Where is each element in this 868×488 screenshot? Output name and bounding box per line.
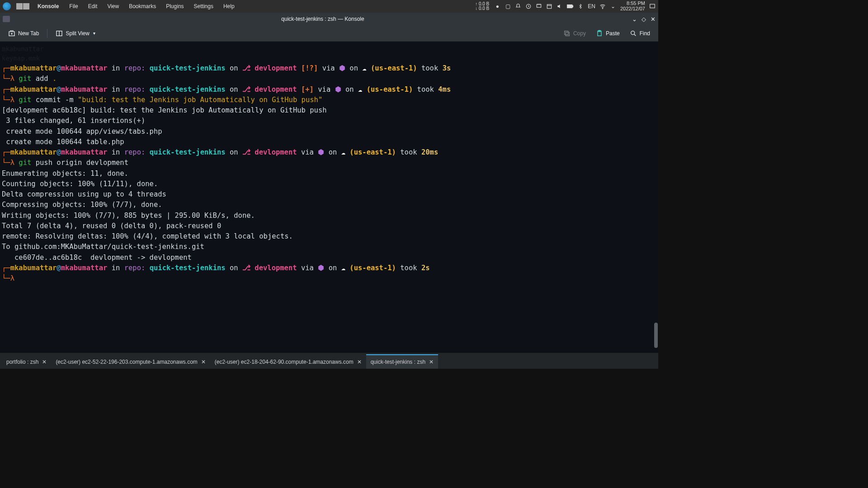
app-launcher-icon[interactable] bbox=[3, 2, 11, 10]
terminal-tab[interactable]: portfolio : zsh✕ bbox=[2, 354, 51, 369]
menu-edit[interactable]: Edit bbox=[85, 3, 101, 9]
menu-settings[interactable]: Settings bbox=[191, 3, 217, 9]
prompt-host: mkabumattar bbox=[61, 264, 108, 272]
output-line: [devlopment ac6b18c] build: test the Jen… bbox=[2, 106, 327, 114]
split-view-button[interactable]: Split View ▾ bbox=[52, 28, 99, 39]
output-line: Total 7 (delta 4), reused 0 (delta 0), p… bbox=[2, 222, 221, 230]
maximize-button[interactable]: ◇ bbox=[642, 16, 646, 23]
copy-button[interactable]: Copy bbox=[560, 28, 590, 39]
calendar-icon[interactable] bbox=[546, 3, 552, 9]
faded-text: mkabumattar bbox=[2, 44, 656, 54]
output-line: 3 files changed, 61 insertions(+) bbox=[2, 117, 145, 125]
status-dot-icon[interactable]: ● bbox=[494, 3, 500, 9]
menu-view[interactable]: View bbox=[104, 3, 122, 9]
menu-plugins[interactable]: Plugins bbox=[163, 3, 187, 9]
battery-icon[interactable] bbox=[567, 3, 573, 9]
command-string: . bbox=[52, 75, 57, 83]
prompt-branch: devlopment bbox=[250, 148, 297, 156]
output-line: ce607de..ac6b18c devlopment -> devlopmen… bbox=[2, 253, 192, 262]
tab-label: (ec2-user) ec2-52-22-196-203.compute-1.a… bbox=[56, 359, 197, 365]
svg-rect-5 bbox=[568, 5, 572, 8]
terminal-line: Enumerating objects: 11, done. bbox=[2, 169, 656, 179]
scrollbar-thumb[interactable] bbox=[654, 323, 658, 348]
terminal-line: Counting objects: 100% (11/11), done. bbox=[2, 179, 656, 189]
window-controls: ⌄ ◇ ✕ bbox=[632, 16, 656, 23]
prompt-took: 3s bbox=[443, 64, 451, 72]
terminal-tab[interactable]: quick-test-jenkins : zsh✕ bbox=[366, 354, 438, 369]
command-git: git bbox=[19, 96, 31, 104]
task-switcher[interactable] bbox=[16, 3, 29, 9]
cloud-icon: ☁ bbox=[341, 264, 345, 272]
find-button[interactable]: Find bbox=[626, 28, 654, 39]
find-label: Find bbox=[640, 30, 650, 37]
terminal-line: Total 7 (delta 4), reused 0 (delta 0), p… bbox=[2, 221, 656, 231]
prompt-repo-label: repo: bbox=[124, 264, 146, 272]
close-icon[interactable]: ✕ bbox=[429, 359, 434, 365]
close-icon[interactable]: ✕ bbox=[42, 359, 47, 365]
prompt-at: @ bbox=[57, 85, 61, 94]
paste-label: Paste bbox=[606, 30, 620, 37]
terminal-line: ┌─mkabumattar@mkabumattar in repo: quick… bbox=[2, 63, 656, 74]
prompt-git-status: [+] bbox=[297, 85, 314, 94]
show-desktop-icon[interactable] bbox=[649, 3, 656, 9]
lambda-icon: λ bbox=[10, 96, 19, 104]
wifi-icon[interactable] bbox=[599, 3, 606, 9]
command-args: add bbox=[31, 75, 52, 83]
volume-icon[interactable] bbox=[557, 3, 563, 9]
command-args: commit -m bbox=[31, 96, 78, 104]
output-line: Enumerating objects: 11, done. bbox=[2, 169, 128, 178]
output-line: To github.com:MKAbuMattar/quick-test-jen… bbox=[2, 243, 204, 251]
close-icon[interactable]: ✕ bbox=[201, 359, 206, 365]
terminal-line: └─λ git push origin devlopment bbox=[2, 158, 656, 168]
toolbar-separator bbox=[47, 29, 47, 38]
paste-button[interactable]: Paste bbox=[592, 28, 623, 39]
terminal-line: 3 files changed, 61 insertions(+) bbox=[2, 116, 656, 126]
scrollbar[interactable] bbox=[654, 42, 658, 352]
copy-icon bbox=[563, 30, 571, 37]
command-git: git bbox=[19, 75, 31, 83]
prompt-corner-icon: └─ bbox=[2, 75, 10, 83]
menu-file[interactable]: File bbox=[66, 3, 81, 9]
close-button[interactable]: ✕ bbox=[651, 16, 656, 23]
presentation-icon[interactable] bbox=[536, 3, 542, 9]
terminal-line: Compressing objects: 100% (7/7), done. bbox=[2, 200, 656, 210]
close-icon[interactable]: ✕ bbox=[357, 359, 362, 365]
svg-point-14 bbox=[631, 31, 634, 34]
keyboard-layout[interactable]: EN bbox=[588, 3, 595, 9]
panel-left: Konsole File Edit View Bookmarks Plugins… bbox=[3, 2, 238, 10]
prompt-took: 20ms bbox=[421, 148, 438, 156]
cloud-icon: ☁ bbox=[362, 64, 366, 72]
prompt-corner-icon: ┌─ bbox=[2, 85, 10, 94]
network-stats: ↑ 0.0 B ↓ 0.0 B bbox=[475, 2, 489, 11]
minimize-button[interactable]: ⌄ bbox=[632, 16, 637, 23]
new-tab-button[interactable]: New Tab bbox=[5, 28, 42, 39]
svg-rect-1 bbox=[537, 5, 541, 7]
notifications-icon[interactable] bbox=[515, 3, 521, 9]
terminal-line: create mode 100644 app/views/tabs.php bbox=[2, 127, 656, 137]
runtime-icon: ⬢ bbox=[318, 148, 324, 156]
command-args: push origin devlopment bbox=[31, 159, 128, 167]
command-git: git bbox=[19, 159, 31, 167]
prompt-took: 4ms bbox=[438, 85, 451, 94]
output-line: Writing objects: 100% (7/7), 885 bytes |… bbox=[2, 211, 255, 220]
clock[interactable]: 8:55 PM 2022/12/07 bbox=[620, 1, 645, 11]
prompt-repo: quick-test-jenkins bbox=[145, 64, 225, 72]
prompt-took: 2s bbox=[421, 264, 430, 272]
bluetooth-icon[interactable] bbox=[577, 3, 584, 9]
terminal-viewport[interactable]: mkabumattar keymap.mmk ┌─mkabumattar@mka… bbox=[0, 42, 658, 352]
lambda-icon: λ bbox=[10, 159, 19, 167]
menu-help[interactable]: Help bbox=[220, 3, 238, 9]
terminal-line: To github.com:MKAbuMattar/quick-test-jen… bbox=[2, 242, 656, 252]
terminal-tab[interactable]: (ec2-user) ec2-52-22-196-203.compute-1.a… bbox=[51, 354, 210, 369]
clipboard-icon[interactable]: ▢ bbox=[505, 3, 511, 9]
runtime-icon: ⬢ bbox=[339, 64, 345, 72]
menu-bookmarks[interactable]: Bookmarks bbox=[126, 3, 159, 9]
prompt-host: mkabumattar bbox=[61, 64, 108, 72]
chevron-down-icon[interactable]: ⌄ bbox=[610, 3, 616, 9]
terminal-line: [devlopment ac6b18c] build: test the Jen… bbox=[2, 105, 656, 116]
faded-text: keymap.mmk bbox=[2, 54, 656, 63]
terminal-line: remote: Resolving deltas: 100% (4/4), co… bbox=[2, 231, 656, 242]
updates-icon[interactable] bbox=[525, 3, 532, 9]
terminal-tab[interactable]: (ec2-user) ec2-18-204-62-90.compute-1.am… bbox=[210, 354, 366, 369]
output-line: remote: Resolving deltas: 100% (4/4), co… bbox=[2, 232, 293, 240]
